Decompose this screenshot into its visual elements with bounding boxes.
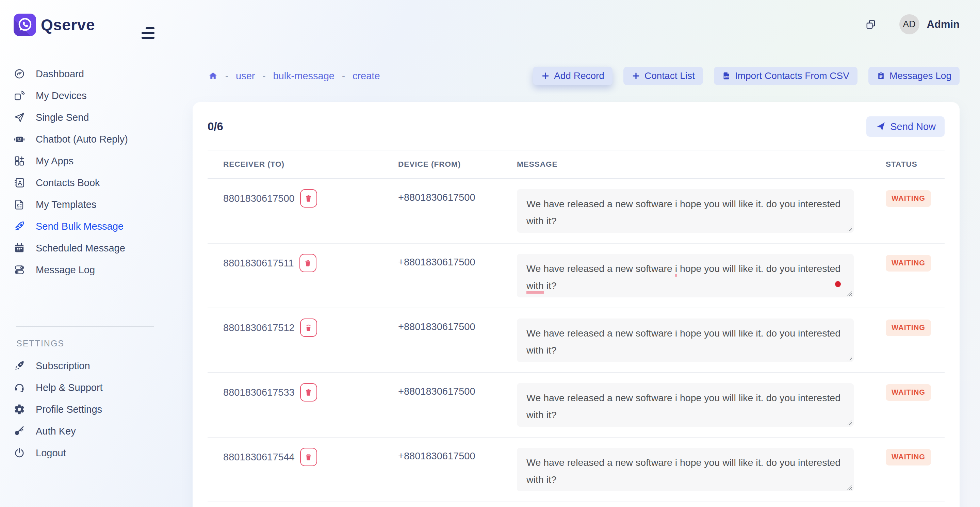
spellcheck-underline: with: [527, 280, 544, 294]
sidebar-item-contacts-book[interactable]: Contacts Book: [0, 172, 173, 194]
message-textarea[interactable]: We have released a new software i hope y…: [517, 383, 854, 427]
settings-section-title: SETTINGS: [16, 339, 64, 348]
resize-handle-icon[interactable]: [847, 420, 852, 425]
message-textarea[interactable]: We have released a new software i hope y…: [517, 318, 854, 362]
device-number: +8801830617500: [398, 254, 517, 308]
trash-icon: [304, 259, 312, 267]
send-now-label: Send Now: [890, 121, 936, 132]
delete-row-button[interactable]: [299, 254, 317, 272]
delete-row-button[interactable]: [300, 448, 317, 466]
sidebar-item-chatbot-auto-reply[interactable]: Chatbot (Auto Reply): [0, 128, 173, 150]
resize-handle-icon[interactable]: [847, 485, 852, 490]
sidebar-item-my-templates[interactable]: My Templates: [0, 194, 173, 215]
status-badge: WAITING: [886, 255, 931, 272]
templates-icon: [14, 199, 25, 210]
resize-handle-icon[interactable]: [847, 291, 852, 296]
svg-text:CSV: CSV: [724, 76, 729, 78]
table-row: 8801830617533 +8801830617500 We have rel…: [208, 373, 945, 437]
csv-icon: CSV: [722, 72, 731, 80]
main-content: -user-bulk-message-create Add Record Con…: [192, 65, 959, 507]
resize-handle-icon[interactable]: [847, 226, 852, 231]
message-textarea[interactable]: We have released a new software i hope y…: [517, 189, 854, 233]
home-icon[interactable]: [208, 71, 218, 81]
add-record-button[interactable]: Add Record: [533, 67, 612, 85]
status-badge: WAITING: [886, 449, 931, 466]
grammar-checker-dot-icon[interactable]: [835, 281, 841, 287]
sidebar: Qserve Dashboard My Devices Single Send …: [0, 0, 173, 507]
rocket-filled-icon: [14, 360, 25, 372]
status-badge: WAITING: [886, 190, 931, 207]
receiver-number: 8801830617533: [223, 387, 295, 398]
breadcrumb: -user-bulk-message-create: [208, 70, 380, 82]
topbar-right: AD Admin: [865, 14, 959, 34]
dashboard-icon: [14, 68, 25, 79]
sidebar-item-message-log[interactable]: Message Log: [0, 259, 173, 281]
sidebar-item-my-apps[interactable]: My Apps: [0, 150, 173, 172]
main-nav: Dashboard My Devices Single Send Chatbot…: [0, 63, 173, 281]
brand-name: Qserve: [41, 16, 95, 34]
breadcrumb-link-user[interactable]: user: [236, 70, 255, 82]
messages-log-button[interactable]: Messages Log: [869, 67, 959, 85]
status-badge: WAITING: [886, 319, 931, 336]
action-buttons: Add Record Contact List CSV Import Conta…: [522, 67, 959, 85]
table-row: 8801830617512 +8801830617500 We have rel…: [208, 308, 945, 373]
contact-list-button[interactable]: Contact List: [624, 67, 703, 85]
trash-icon: [305, 453, 312, 461]
device-number: +8801830617500: [398, 319, 517, 372]
settings-item-logout[interactable]: Logout: [0, 442, 173, 464]
avatar[interactable]: AD: [899, 14, 920, 34]
sidebar-toggle-icon[interactable]: [142, 27, 154, 41]
send-now-button[interactable]: Send Now: [866, 116, 945, 137]
settings-item-subscription[interactable]: Subscription: [0, 355, 173, 377]
receiver-number: 8801830617544: [223, 451, 295, 463]
breadcrumb-link-create[interactable]: create: [353, 70, 380, 82]
table-row: 8801830617544 +8801830617500 We have rel…: [208, 437, 945, 502]
brand: Qserve: [14, 14, 95, 36]
single-send-icon: [14, 111, 25, 123]
settings-item-auth-key[interactable]: Auth Key: [0, 420, 173, 442]
power-icon: [14, 447, 25, 459]
delete-row-button[interactable]: [300, 383, 317, 402]
resize-handle-icon[interactable]: [847, 356, 852, 360]
plus-icon: [632, 72, 640, 80]
progress-counter: 0/6: [208, 120, 223, 133]
sidebar-item-single-send[interactable]: Single Send: [0, 106, 173, 128]
sidebar-item-dashboard[interactable]: Dashboard: [0, 63, 173, 85]
device-number: +8801830617500: [398, 448, 517, 502]
table-row: 8801830617500 +8801830617500 We have rel…: [208, 179, 945, 244]
devices-icon: [14, 90, 25, 102]
sidebar-divider: [16, 326, 154, 327]
message-textarea[interactable]: We have released a new software i hope y…: [517, 254, 854, 297]
device-number: +8801830617500: [398, 190, 517, 243]
receiver-number: 8801830617500: [223, 193, 295, 204]
delete-row-button[interactable]: [300, 318, 317, 337]
table-row: 8801830617511 +8801830617500 We have rel…: [208, 244, 945, 308]
sidebar-item-scheduled-message[interactable]: Scheduled Message: [0, 237, 173, 259]
sidebar-item-send-bulk-message[interactable]: Send Bulk Message: [0, 215, 173, 237]
send-icon: [875, 121, 885, 132]
column-header-message: MESSAGE: [517, 160, 886, 169]
plus-icon: [541, 72, 550, 80]
whatsapp-logo-icon: [14, 14, 36, 36]
delete-row-button[interactable]: [300, 189, 317, 208]
headset-icon: [14, 382, 25, 393]
import-contacts-from-csv-button[interactable]: CSV Import Contacts From CSV: [714, 67, 858, 85]
breadcrumb-separator: -: [225, 71, 228, 81]
receiver-number: 8801830617511: [223, 257, 294, 269]
sidebar-item-my-devices[interactable]: My Devices: [0, 85, 173, 106]
rocket-icon: [14, 221, 25, 232]
apps-icon: [14, 155, 25, 167]
message-textarea[interactable]: We have released a new software i hope y…: [517, 448, 854, 491]
bulk-message-card: 0/6 Send Now RECEIVER (TO)DEVICE (FROM)M…: [192, 102, 959, 507]
settings-item-profile-settings[interactable]: Profile Settings: [0, 399, 173, 420]
copy-icon[interactable]: [865, 19, 876, 30]
contacts-icon: [14, 177, 25, 189]
calendar-icon: [14, 242, 25, 254]
trash-icon: [305, 324, 312, 332]
gear-icon: [14, 404, 25, 415]
settings-item-help-support[interactable]: Help & Support: [0, 377, 173, 399]
trash-icon: [305, 195, 312, 202]
column-header-device-from: DEVICE (FROM): [398, 160, 517, 169]
breadcrumb-separator: -: [342, 71, 345, 81]
breadcrumb-link-bulk-message[interactable]: bulk-message: [273, 70, 334, 82]
